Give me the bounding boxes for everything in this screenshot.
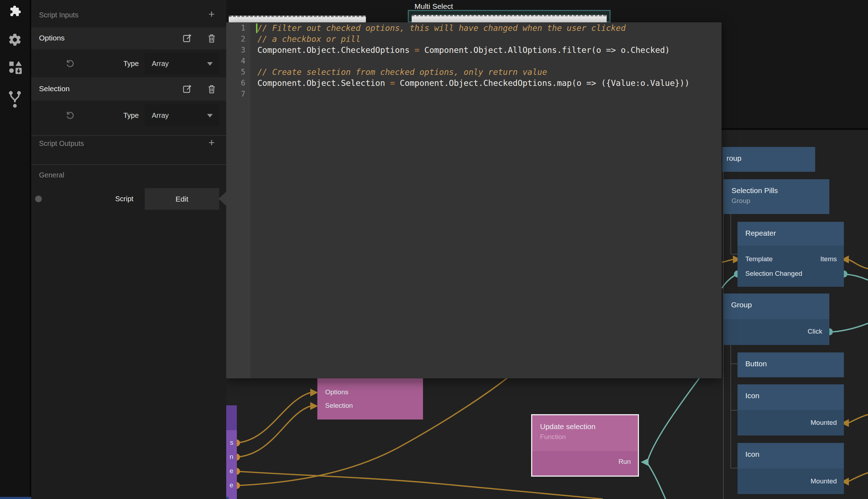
code-line-5[interactable]: 5// Create selection from checked option…	[226, 67, 722, 78]
wire-teal[interactable]	[833, 323, 868, 332]
wire-orange[interactable]	[237, 406, 311, 457]
graph-node-object-clipped[interactable]: snee	[226, 405, 237, 499]
port-label-Run[interactable]: Run	[618, 458, 631, 466]
script-label: Script	[115, 195, 133, 203]
graph-node-options-selection[interactable]: OptionsSelection	[317, 377, 423, 420]
connection-dot[interactable]	[35, 196, 42, 202]
type-label: Type	[123, 111, 139, 120]
script-outputs-title: Script Outputs	[39, 139, 84, 148]
preview-textfield[interactable]	[229, 16, 366, 22]
code-line-7[interactable]: 7	[226, 89, 722, 100]
port-label-Template[interactable]: Template	[745, 255, 773, 263]
node-title: Icon	[745, 391, 760, 400]
graph-node-icon-2[interactable]: IconMounted	[738, 443, 844, 494]
code-text: Component.Object.Selection = Component.O…	[257, 78, 690, 89]
line-number: 3	[226, 45, 245, 56]
node-ports-section	[317, 380, 423, 420]
type-dropdown-options[interactable]: Array	[145, 53, 219, 74]
reset-property-icon[interactable]	[65, 110, 76, 122]
port-label-Click[interactable]: Click	[808, 328, 822, 335]
plugin-puzzle-icon[interactable]	[0, 4, 30, 18]
graph-node-group[interactable]: GroupClick	[723, 294, 829, 345]
port-label-s[interactable]: s	[230, 439, 234, 446]
wire-orange[interactable]	[848, 415, 868, 423]
node-title: Icon	[745, 450, 760, 459]
graph-node-icon-1[interactable]: IconMounted	[738, 384, 844, 435]
graph-node-selection-pills[interactable]: Selection PillsGroup	[724, 179, 829, 214]
node-title: Repeater	[745, 229, 776, 237]
hierarchy-stub	[730, 254, 738, 254]
node-ports-section	[738, 246, 844, 287]
wire-arrowhead	[310, 402, 318, 410]
code-line-1[interactable]: 1// Filter out checked options, this wil…	[226, 23, 722, 34]
code-line-3[interactable]: 3Component.Object.CheckedOptions = Compo…	[226, 45, 722, 56]
rename-input-icon[interactable]	[182, 84, 192, 95]
hierarchy-stub	[730, 468, 738, 468]
wire-orange[interactable]	[848, 473, 868, 482]
type-dropdown-selection[interactable]: Array	[145, 104, 219, 126]
hierarchy-line	[730, 214, 731, 254]
chevron-down-icon	[207, 62, 213, 66]
port-label-Selection Changed[interactable]: Selection Changed	[745, 270, 802, 278]
port-label-Mounted[interactable]: Mounted	[811, 419, 837, 427]
line-number: 4	[226, 56, 245, 67]
wire-arrowhead	[641, 458, 649, 466]
node-subtitle: Group	[731, 197, 750, 205]
wire-teal[interactable]	[648, 464, 666, 499]
components-icon[interactable]	[0, 60, 30, 76]
wire-teal[interactable]	[648, 378, 699, 460]
input-row-options[interactable]: Options	[31, 27, 226, 49]
delete-input-icon[interactable]	[207, 33, 216, 45]
code-line-2[interactable]: 2// a checkbox or pill	[226, 34, 722, 45]
preview-multiselect-label: Multi Select	[414, 2, 453, 11]
port-label-Items[interactable]: Items	[820, 255, 837, 263]
editor-caret	[256, 23, 257, 33]
wire-teal[interactable]	[844, 274, 868, 280]
properties-panel: Script Inputs + Options Type Array	[31, 0, 226, 499]
input-row-selection[interactable]: Selection	[31, 77, 226, 101]
node-title: roup	[727, 154, 741, 163]
app-window: Multi Select roupSelection PillsGroupRep…	[0, 0, 868, 499]
line-number: 2	[226, 34, 245, 45]
port-label-Options[interactable]: Options	[325, 388, 348, 396]
wire-orange[interactable]	[848, 259, 868, 269]
graph-node-group-top[interactable]: roup	[722, 147, 815, 172]
edit-script-button[interactable]: Edit	[145, 188, 219, 210]
port-label-n[interactable]: n	[229, 453, 233, 461]
code-text: // Filter out checked options, this will…	[257, 23, 626, 34]
code-line-6[interactable]: 6Component.Object.Selection = Component.…	[226, 78, 722, 89]
add-script-output-button[interactable]: +	[208, 139, 215, 146]
section-divider	[31, 164, 226, 165]
port-label-Mounted[interactable]: Mounted	[811, 477, 837, 485]
reset-property-icon[interactable]	[65, 58, 76, 70]
line-number: 5	[226, 67, 245, 78]
wire-orange[interactable]	[237, 393, 311, 443]
code-editor[interactable]: 1// Filter out checked options, this wil…	[226, 22, 722, 378]
rename-input-icon[interactable]	[182, 33, 192, 45]
node-title: Group	[731, 301, 752, 309]
graph-node-update-selection[interactable]: Update selectionFunctionRun	[531, 414, 639, 477]
settings-gear-icon[interactable]	[0, 33, 30, 47]
graph-node-button[interactable]: Button	[738, 352, 844, 377]
code-text: Component.Object.CheckedOptions = Compon…	[257, 45, 670, 56]
preview-multiselect-field[interactable]	[408, 10, 611, 22]
port-label-Selection[interactable]: Selection	[325, 402, 353, 410]
node-title: Button	[745, 360, 767, 368]
type-label: Type	[123, 60, 139, 68]
node-branch-icon[interactable]	[0, 89, 30, 109]
chevron-down-icon	[207, 114, 213, 117]
port-label-e[interactable]: e	[229, 467, 233, 475]
delete-input-icon[interactable]	[207, 84, 216, 95]
port-label-e[interactable]: e	[229, 481, 233, 489]
input-name-label: Options	[39, 34, 65, 42]
editor-callout-arrow	[218, 192, 226, 206]
code-text: // Create selection from checked options…	[257, 67, 547, 78]
graph-node-repeater[interactable]: RepeaterTemplateItemsSelection Changed	[738, 222, 844, 287]
hierarchy-stub	[730, 410, 738, 411]
node-subtitle: Function	[540, 433, 566, 441]
wire-teal[interactable]	[722, 274, 738, 288]
code-line-4[interactable]: 4	[226, 56, 722, 67]
code-text: // a checkbox or pill	[257, 34, 361, 45]
add-script-input-button[interactable]: +	[208, 11, 215, 18]
section-divider	[31, 135, 226, 136]
